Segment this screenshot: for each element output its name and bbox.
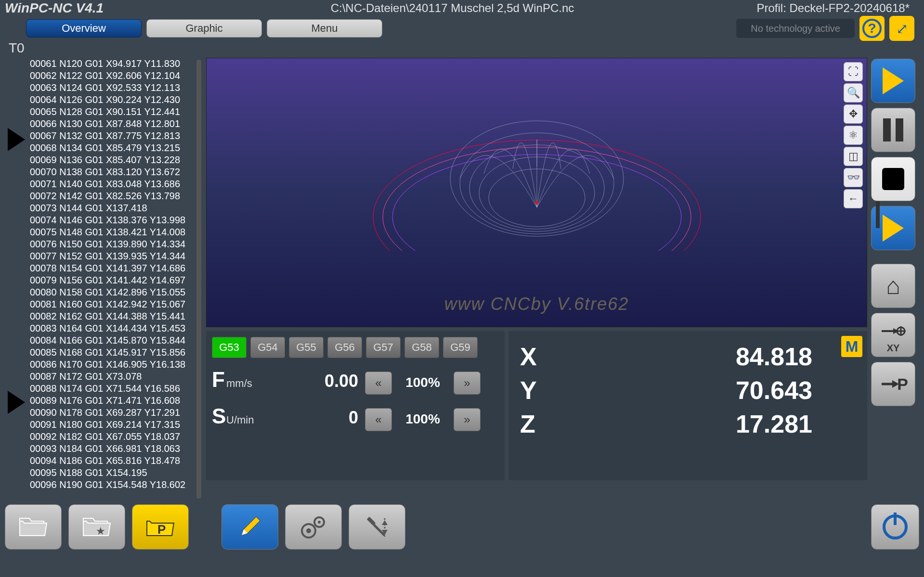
feed-f-dec-button[interactable]: « bbox=[365, 372, 392, 395]
gcode-line[interactable]: 00084 N166 G01 X145.870 Y15.844 bbox=[28, 334, 195, 346]
spindle-s-inc-button[interactable]: » bbox=[454, 408, 481, 431]
gcode-line[interactable]: 00095 N188 G01 X154.195 bbox=[28, 467, 195, 479]
file-open-button[interactable] bbox=[5, 504, 62, 550]
coord-sys-g57[interactable]: G57 bbox=[366, 337, 401, 358]
gcode-line[interactable]: 00096 N190 G01 X154.548 Y18.602 bbox=[28, 479, 195, 491]
scrollbar[interactable] bbox=[196, 60, 201, 499]
wrench-icon bbox=[363, 513, 391, 540]
park-button[interactable]: P bbox=[871, 362, 915, 406]
gcode-line[interactable]: 00085 N168 G01 X145.917 Y15.856 bbox=[28, 346, 195, 359]
help-button[interactable]: ? bbox=[859, 16, 885, 41]
gcode-line[interactable]: 00083 N164 G01 X144.434 Y15.453 bbox=[28, 322, 195, 334]
p-label: P bbox=[897, 375, 908, 394]
stop-icon bbox=[882, 168, 904, 190]
coordinate-system-panel: G53G54G55G56G57G58G59 F mm/s 0.00 « 100%… bbox=[206, 331, 505, 480]
pan-button[interactable]: ✥ bbox=[844, 104, 863, 124]
arrow-left-icon: ← bbox=[848, 192, 859, 205]
program-folder-button[interactable]: P bbox=[132, 504, 189, 550]
svg-text:★: ★ bbox=[96, 525, 105, 537]
gcode-line[interactable]: 00079 N156 G01 X141.442 Y14.697 bbox=[28, 274, 195, 286]
gcode-line[interactable]: 00092 N182 G01 X67.055 Y18.037 bbox=[28, 431, 195, 443]
coord-sys-g58[interactable]: G58 bbox=[404, 337, 439, 358]
axis-y-label: Y bbox=[520, 376, 553, 405]
tab-menu[interactable]: Menu bbox=[267, 19, 382, 38]
step-play-icon bbox=[883, 215, 904, 242]
gcode-line[interactable]: 00063 N124 G01 X92.533 Y12.113 bbox=[28, 82, 195, 94]
gcode-panel: 00061 N120 G01 X94.917 Y11.83000062 N122… bbox=[5, 58, 202, 500]
profile-name: Profil: Deckel-FP2-20240618* bbox=[717, 1, 919, 15]
coord-sys-g54[interactable]: G54 bbox=[250, 337, 285, 358]
tab-graphic[interactable]: Graphic bbox=[146, 19, 262, 38]
coord-sys-g59[interactable]: G59 bbox=[443, 337, 478, 358]
gcode-line[interactable]: 00076 N150 G01 X139.890 Y14.334 bbox=[28, 238, 195, 250]
gcode-line[interactable]: 00066 N130 G01 X87.848 Y12.801 bbox=[28, 118, 195, 130]
collapse-icon: ⤢ bbox=[896, 20, 908, 37]
gcode-line[interactable]: 00090 N178 G01 X69.287 Y17.291 bbox=[28, 407, 195, 419]
power-button[interactable] bbox=[871, 504, 919, 550]
gcode-line[interactable]: 00077 N152 G01 X139.935 Y14.344 bbox=[28, 250, 195, 262]
play-icon bbox=[883, 67, 904, 94]
gcode-line[interactable]: 00075 N148 G01 X138.421 Y14.008 bbox=[28, 226, 195, 238]
gcode-line[interactable]: 00088 N174 G01 X71.544 Y16.586 bbox=[28, 383, 195, 395]
coord-sys-g56[interactable]: G56 bbox=[327, 337, 362, 358]
gcode-line[interactable]: 00071 N140 G01 X83.048 Y13.686 bbox=[28, 178, 195, 190]
spindle-s-dec-button[interactable]: « bbox=[365, 408, 392, 431]
svg-text:P: P bbox=[157, 522, 166, 537]
machine-coord-badge[interactable]: M bbox=[841, 336, 862, 357]
app-title: WinPC-NC V4.1 bbox=[5, 0, 188, 16]
feed-f-inc-button[interactable]: » bbox=[454, 372, 481, 395]
gcode-line[interactable]: 00069 N136 G01 X85.407 Y13.228 bbox=[28, 154, 195, 166]
gcode-line[interactable]: 00073 N144 G01 X137.418 bbox=[28, 202, 195, 214]
feed-f-unit: mm/s bbox=[226, 377, 252, 390]
axis-y-value: 70.643 bbox=[553, 376, 856, 405]
gcode-line[interactable]: 00082 N162 G01 X144.388 Y15.441 bbox=[28, 310, 195, 322]
gcode-line[interactable]: 00064 N126 G01 X90.224 Y12.430 bbox=[28, 94, 195, 106]
favorites-button[interactable]: ★ bbox=[68, 504, 125, 550]
gcode-line[interactable]: 00094 N186 G01 X65.816 Y18.478 bbox=[28, 455, 195, 467]
3d-preview[interactable]: www CNCby V.6tre62 ⛶ 🔍 ✥ ⚛ ◫ 👓 ← bbox=[206, 58, 867, 327]
spindle-s-value: 0 bbox=[296, 408, 358, 428]
iso-button[interactable]: ◫ bbox=[844, 147, 863, 166]
stop-button[interactable] bbox=[871, 157, 915, 201]
xy-origin-button[interactable]: XY bbox=[871, 313, 915, 357]
pause-button[interactable] bbox=[871, 108, 915, 152]
gcode-line[interactable]: 00089 N176 G01 X71.471 Y16.608 bbox=[28, 395, 195, 407]
view-mode-button[interactable]: 👓 bbox=[844, 168, 863, 187]
coord-sys-g55[interactable]: G55 bbox=[289, 337, 324, 358]
start-button[interactable] bbox=[871, 59, 915, 103]
spindle-s-unit: U/min bbox=[226, 414, 254, 426]
gcode-line[interactable]: 00061 N120 G01 X94.917 Y11.830 bbox=[28, 58, 195, 70]
tab-overview[interactable]: Overview bbox=[26, 19, 142, 38]
gcode-line[interactable]: 00091 N180 G01 X69.214 Y17.315 bbox=[28, 419, 195, 431]
fit-view-button[interactable]: ⛶ bbox=[844, 62, 863, 81]
gcode-line[interactable]: 00065 N128 G01 X90.151 Y12.441 bbox=[28, 106, 195, 118]
gcode-line[interactable]: 00081 N160 G01 X142.942 Y15.067 bbox=[28, 298, 195, 310]
zoom-button[interactable]: 🔍 bbox=[844, 83, 863, 103]
gcode-line[interactable]: 00070 N138 G01 X83.120 Y13.672 bbox=[28, 166, 195, 178]
single-step-button[interactable] bbox=[871, 206, 915, 250]
coord-sys-g53[interactable]: G53 bbox=[212, 337, 247, 358]
collapse-button[interactable]: ⤢ bbox=[889, 16, 914, 41]
edit-button[interactable] bbox=[221, 504, 278, 550]
svg-marker-23 bbox=[382, 520, 388, 525]
gcode-line[interactable]: 00062 N122 G01 X92.606 Y12.104 bbox=[28, 70, 195, 82]
gcode-line[interactable]: 00080 N158 G01 X142.896 Y15.055 bbox=[28, 286, 195, 298]
gcode-line[interactable]: 00067 N132 G01 X87.775 Y12.813 bbox=[28, 130, 195, 142]
tools-button[interactable] bbox=[349, 504, 405, 550]
gcode-list[interactable]: 00061 N120 G01 X94.917 Y11.83000062 N122… bbox=[28, 58, 195, 500]
feed-f-percent: 100% bbox=[399, 375, 447, 390]
tool-indicator: T0 bbox=[0, 40, 924, 58]
gcode-line[interactable]: 00072 N142 G01 X82.526 Y13.798 bbox=[28, 190, 195, 202]
gcode-line[interactable]: 00068 N134 G01 X85.479 Y13.215 bbox=[28, 142, 195, 154]
gcode-line[interactable]: 00086 N170 G01 X146.905 Y16.138 bbox=[28, 359, 195, 371]
gcode-line[interactable]: 00087 N172 G01 X73.078 bbox=[28, 371, 195, 383]
gcode-line[interactable]: 00078 N154 G01 X141.397 Y14.686 bbox=[28, 262, 195, 274]
orbit-button[interactable]: ⚛ bbox=[844, 126, 863, 145]
svg-point-19 bbox=[306, 528, 311, 533]
home-button[interactable]: ⌂ bbox=[871, 264, 915, 308]
gcode-line[interactable]: 00093 N184 G01 X66.981 Y18.063 bbox=[28, 443, 195, 455]
back-button[interactable]: ← bbox=[844, 189, 863, 208]
settings-button[interactable] bbox=[285, 504, 342, 550]
feed-f-value: 0.00 bbox=[296, 371, 358, 391]
gcode-line[interactable]: 00074 N146 G01 X138.376 Y13.998 bbox=[28, 214, 195, 226]
